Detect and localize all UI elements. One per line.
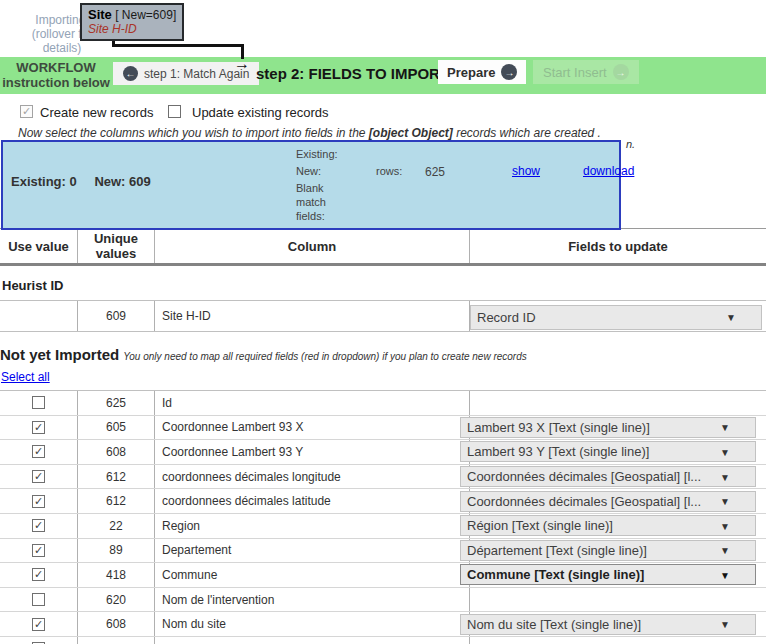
- table-row: 420 Date début: [0, 637, 766, 644]
- instruction-object: [object Object]: [369, 126, 453, 140]
- dropdown-label: Coordonnées décimales [Geospatial] [l...: [461, 492, 755, 511]
- step2-heading: step 2: FIELDS TO IMPORT: [256, 65, 449, 82]
- dropdown-label: Record ID: [471, 306, 761, 329]
- import-rows: 625 Id ✓ 605 Coordonnee Lambert 93 X Lam…: [0, 390, 766, 644]
- column-name: Commune: [155, 563, 470, 587]
- importing-note-line3: details): [14, 41, 110, 55]
- column-name: coordonnees décimales latitude: [155, 489, 470, 513]
- download-link[interactable]: download: [583, 164, 634, 178]
- field-dropdown[interactable]: Coordonnées décimales [Geospatial] [l...…: [460, 491, 756, 512]
- header-unique-values: Unique values: [78, 229, 155, 263]
- row-field-cell: [470, 391, 766, 415]
- row-field-cell: Commune [Text (single line)] ▼: [470, 563, 766, 587]
- column-name: Nom du site: [155, 612, 470, 636]
- row-use-cell: ✓: [0, 539, 78, 563]
- field-dropdown[interactable]: Coordonnées décimales [Geospatial] [l...…: [460, 466, 756, 487]
- summary-totals: Existing: 0 New: 609: [11, 174, 151, 189]
- chevron-down-icon: ▼: [726, 312, 736, 323]
- row-use-cell: ✓: [0, 563, 78, 587]
- table-row: ✓ 22 Region Région [Text (single line)] …: [0, 514, 766, 539]
- connector-line: [112, 44, 244, 47]
- unique-count: 612: [78, 465, 155, 489]
- summary-new-label: New:: [296, 165, 321, 177]
- show-link[interactable]: show: [512, 164, 540, 178]
- unique-count: 420: [78, 637, 155, 644]
- table-row: ✓ 612 coordonnees décimales longitude Co…: [0, 465, 766, 490]
- unique-count: 22: [78, 514, 155, 538]
- dropdown-label: Commune [Text (single line)]: [461, 565, 755, 584]
- heurist-row-count: 609: [78, 301, 155, 331]
- row-field-cell: [470, 588, 766, 612]
- dropdown-label: Nom du site [Text (single line)]: [461, 615, 755, 634]
- field-dropdown[interactable]: Région [Text (single line)] ▼: [460, 515, 756, 536]
- field-dropdown[interactable]: Commune [Text (single line)] ▼: [460, 564, 756, 585]
- summary-blank-label-2: match: [296, 196, 326, 208]
- row-field-cell: [470, 637, 766, 644]
- field-dropdown[interactable]: Département [Text (single line)] ▼: [460, 540, 756, 561]
- field-dropdown[interactable]: Lambert 93 X [Text (single line)] ▼: [460, 417, 756, 438]
- row-checkbox[interactable]: [32, 396, 45, 409]
- connector-arrow-icon: →: [234, 55, 250, 73]
- row-checkbox[interactable]: ✓: [32, 568, 45, 581]
- header-use-value: Use value: [0, 229, 78, 263]
- dropdown-label: Département [Text (single line)]: [461, 541, 755, 560]
- select-all-link[interactable]: Select all: [0, 370, 50, 384]
- prepare-button[interactable]: Prepare →: [438, 60, 526, 84]
- row-field-cell: Lambert 93 Y [Text (single line)] ▼: [470, 440, 766, 464]
- field-dropdown[interactable]: Nom du site [Text (single line)] ▼: [460, 614, 756, 635]
- row-use-cell: ✓: [0, 465, 78, 489]
- back-arrow-icon: ←: [123, 66, 138, 81]
- row-checkbox[interactable]: ✓: [32, 445, 45, 458]
- row-checkbox[interactable]: ✓: [32, 519, 45, 532]
- start-insert-button[interactable]: Start Insert →: [533, 60, 639, 84]
- workflow-label: WORKFLOW instruction below: [0, 60, 112, 90]
- unique-count: 612: [78, 489, 155, 513]
- header-column: Column: [155, 229, 470, 263]
- rows-count: 625: [425, 165, 445, 179]
- table-row: ✓ 608 Nom du site Nom du site [Text (sin…: [0, 612, 766, 637]
- row-checkbox[interactable]: ✓: [32, 618, 45, 631]
- column-name: Region: [155, 514, 470, 538]
- field-dropdown[interactable]: Lambert 93 Y [Text (single line)] ▼: [460, 441, 756, 462]
- forward-arrow-icon: →: [613, 64, 629, 80]
- chevron-down-icon: ▼: [720, 545, 730, 556]
- chevron-down-icon: ▼: [720, 446, 730, 457]
- unique-count: 89: [78, 539, 155, 563]
- mapping-table: Use value Unique values Column Fields to…: [0, 228, 766, 644]
- unique-count: 625: [78, 391, 155, 415]
- rows-label: rows:: [376, 165, 402, 177]
- update-existing-records-checkbox[interactable]: [168, 105, 181, 118]
- row-checkbox[interactable]: [32, 593, 45, 606]
- new-total: New: 609: [94, 174, 150, 189]
- column-name: Id: [155, 391, 470, 415]
- row-checkbox[interactable]: ✓: [32, 544, 45, 557]
- column-name: Date début: [155, 637, 470, 644]
- row-checkbox[interactable]: ✓: [32, 421, 45, 434]
- row-field-cell: Nom du site [Text (single line)] ▼: [470, 612, 766, 636]
- update-existing-records-label: Update existing records: [192, 105, 329, 120]
- not-yet-imported-title: Not yet ImportedYou only need to map all…: [0, 346, 766, 363]
- record-id-dropdown[interactable]: Record ID ▼: [470, 305, 762, 330]
- row-checkbox[interactable]: ✓: [32, 495, 45, 508]
- prepare-button-label: Prepare: [447, 65, 495, 80]
- row-checkbox[interactable]: ✓: [32, 470, 45, 483]
- chevron-down-icon: ▼: [720, 520, 730, 531]
- workflow-label-line1: WORKFLOW: [0, 60, 112, 75]
- existing-total: Existing: 0: [11, 174, 77, 189]
- row-use-cell: ✓: [0, 416, 78, 440]
- workflow-label-line2: instruction below: [0, 75, 112, 90]
- column-name: coordonnees décimales longitude: [155, 465, 470, 489]
- row-use-cell: [0, 637, 78, 644]
- instruction-suffix: records which are created .: [453, 126, 601, 140]
- heurist-id-section-title: Heurist ID: [0, 278, 766, 293]
- create-new-records-checkbox[interactable]: ✓: [20, 105, 33, 118]
- dropdown-label: Coordonnées décimales [Geospatial] [l...: [461, 467, 755, 486]
- row-use-cell: ✓: [0, 514, 78, 538]
- field-mapping-tooltip: Site [ New=609] Site H-ID: [80, 3, 184, 41]
- clipped-text-fragment: n.: [626, 138, 635, 150]
- forward-arrow-icon: →: [501, 64, 517, 80]
- row-field-cell: Département [Text (single line)] ▼: [470, 539, 766, 563]
- tooltip-record-type: Site: [88, 7, 112, 22]
- instruction-prefix: Now select the columns which you wish to…: [18, 126, 369, 140]
- chevron-down-icon: ▼: [720, 471, 730, 482]
